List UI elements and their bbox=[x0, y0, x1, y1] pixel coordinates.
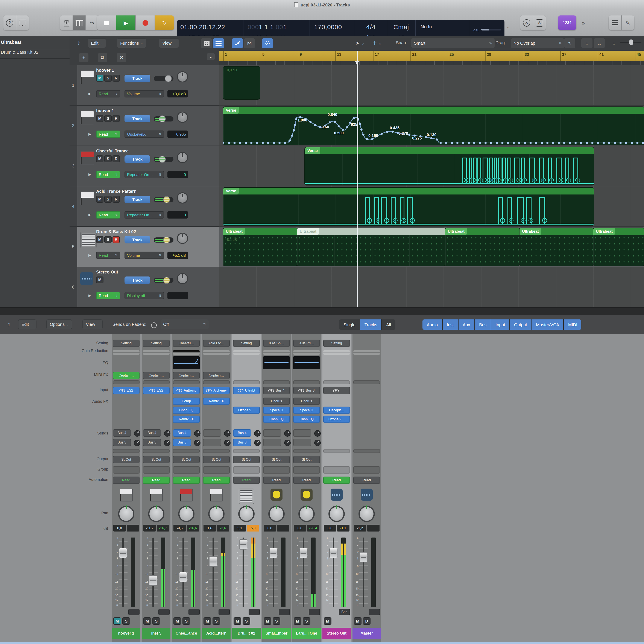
peak-db-value[interactable] bbox=[127, 525, 139, 532]
volume-db-value[interactable]: -11,2 bbox=[143, 525, 156, 532]
channel-mute-solo-button[interactable]: M bbox=[324, 617, 331, 625]
step-automation-pulse[interactable]: 0 bbox=[573, 158, 578, 184]
channel-name-plate[interactable]: hoover 1 bbox=[112, 628, 140, 639]
midi-fx-slot[interactable]: Captain… bbox=[203, 372, 230, 379]
channel-mute-solo-button[interactable]: S bbox=[152, 617, 160, 625]
note-pads-button[interactable]: ✎ bbox=[622, 15, 634, 30]
automation-mode-button[interactable]: Read bbox=[173, 477, 200, 484]
channel-mute-solo-button[interactable]: M bbox=[354, 617, 361, 625]
group-slot[interactable] bbox=[113, 466, 140, 474]
slider-knob[interactable] bbox=[163, 196, 170, 203]
playhead[interactable] bbox=[357, 51, 357, 307]
pointer-tool-button[interactable]: ➤⌄ bbox=[353, 38, 368, 48]
step-automation-pulse[interactable]: 0 bbox=[462, 158, 467, 184]
channel-setting-button[interactable]: Setting bbox=[113, 340, 140, 347]
step-automation-pulse[interactable]: 0 bbox=[365, 197, 370, 225]
channel-mute-solo-button[interactable]: D bbox=[363, 617, 371, 625]
track-on-off-button[interactable]: Track bbox=[125, 196, 150, 203]
bounce-button[interactable] bbox=[188, 609, 200, 615]
track-on-off-button[interactable]: Track bbox=[125, 75, 150, 82]
send-slot[interactable]: Bus 3 bbox=[143, 439, 161, 446]
track-msr-button[interactable]: R bbox=[112, 196, 120, 203]
slider-knob[interactable] bbox=[163, 237, 170, 243]
track-msr-button[interactable]: M bbox=[96, 236, 103, 243]
send-level-knob[interactable] bbox=[164, 430, 170, 437]
edit-menu[interactable]: Edit⌄ bbox=[88, 38, 106, 48]
channel-strip[interactable]: Setting Ultrabt Ozone 9… Bus 4 bbox=[232, 334, 261, 642]
track-msr-button[interactable]: R bbox=[112, 236, 120, 243]
send-level-knob[interactable] bbox=[284, 440, 291, 446]
channel-strip[interactable]: Setting Decapit…Ozone 9… bbox=[322, 334, 351, 642]
audio-fx-slot[interactable]: Space D bbox=[293, 407, 320, 414]
track-msr-button[interactable]: M bbox=[96, 155, 103, 162]
peak-db-value[interactable]: -26,4 bbox=[307, 525, 319, 532]
channel-mute-solo-button[interactable]: S bbox=[213, 617, 220, 625]
group-slot[interactable] bbox=[353, 466, 380, 474]
step-automation-pulse[interactable]: 0 bbox=[494, 158, 497, 184]
output-slot[interactable]: St Out bbox=[233, 456, 260, 463]
group-slot[interactable] bbox=[203, 466, 230, 474]
snap-dropdown[interactable]: Smart⇅ bbox=[411, 38, 495, 48]
audio-fx-slot[interactable]: Decapit… bbox=[323, 407, 350, 414]
send-level-knob[interactable] bbox=[224, 430, 231, 437]
send-level-knob[interactable] bbox=[194, 440, 200, 446]
region-track5-ultrabeat[interactable]: Ultrabeat bbox=[223, 228, 297, 266]
step-automation-pulse[interactable]: 0 bbox=[374, 197, 379, 225]
group-slot[interactable] bbox=[143, 466, 170, 474]
track-volume-slider[interactable] bbox=[154, 278, 173, 283]
channel-mute-solo-button[interactable]: S bbox=[122, 617, 130, 625]
zoom-slider-h[interactable] bbox=[620, 42, 641, 43]
disclosure-triangle[interactable]: ▶ bbox=[88, 92, 91, 96]
track-volume-slider[interactable] bbox=[154, 237, 173, 243]
pan-knob[interactable] bbox=[208, 504, 225, 523]
track-msr-button[interactable]: S bbox=[104, 236, 112, 243]
automation-mode-button[interactable]: Read bbox=[143, 477, 170, 484]
track-name[interactable]: Stereo Out bbox=[96, 270, 118, 274]
region-name-chip[interactable]: Ultrabeat bbox=[519, 228, 541, 235]
pan-knob[interactable] bbox=[148, 504, 165, 523]
input-slot[interactable]: Bus 3 bbox=[293, 387, 320, 394]
window-split-divider[interactable] bbox=[0, 307, 644, 316]
automation-curve[interactable] bbox=[223, 107, 644, 145]
midi-fx-empty-slot[interactable] bbox=[323, 380, 350, 384]
step-automation-pulse[interactable]: 0 bbox=[469, 158, 472, 184]
functions-menu[interactable]: Functions⌄ bbox=[117, 38, 146, 48]
step-automation-pulse[interactable]: 0 bbox=[556, 158, 562, 184]
bounce-button[interactable] bbox=[279, 609, 290, 615]
midi-fx-slot[interactable]: Captain… bbox=[113, 372, 140, 379]
channel-fader[interactable]: 630361015203040∞ bbox=[322, 536, 351, 609]
volume-db-value[interactable]: 0,0 bbox=[324, 525, 336, 532]
channel-name-plate[interactable]: Larg...l One bbox=[292, 628, 321, 639]
audio-fx-slot[interactable]: Comp bbox=[173, 398, 200, 405]
channel-setting-button[interactable]: 3.9s Pri… bbox=[293, 340, 320, 347]
back-arrow-icon[interactable]: ⤴ bbox=[73, 38, 84, 48]
bounce-button[interactable] bbox=[158, 609, 170, 615]
automation-mode-dropdown[interactable]: Read⇅ bbox=[96, 211, 120, 219]
step-automation-pulse[interactable]: 0 bbox=[407, 197, 413, 225]
automation-mode-dropdown[interactable]: Read⇅ bbox=[96, 90, 120, 97]
track-pan-knob[interactable] bbox=[177, 192, 188, 204]
step-automation-pulse[interactable]: 0 bbox=[477, 158, 481, 184]
send-level-knob[interactable] bbox=[134, 440, 140, 446]
step-automation-pulse[interactable]: 0 bbox=[517, 197, 524, 225]
mixer-options-menu[interactable]: Options⌄ bbox=[46, 319, 72, 329]
automation-param-dropdown[interactable]: Repeater On…⇅ bbox=[125, 211, 164, 219]
quick-help-button[interactable]: ? bbox=[3, 15, 16, 30]
play-button[interactable]: ▶ bbox=[116, 15, 136, 30]
mixer-filter-button[interactable]: Audio bbox=[422, 319, 442, 330]
channel-mute-solo-button[interactable]: M bbox=[204, 617, 211, 625]
volume-db-value[interactable]: -9,6 bbox=[173, 525, 186, 532]
mixer-view-option[interactable]: Single bbox=[339, 319, 360, 330]
send-slot[interactable] bbox=[203, 439, 221, 446]
send-slot[interactable]: Bus 3 bbox=[113, 439, 131, 446]
peak-db-value[interactable]: -16,7 bbox=[157, 525, 169, 532]
step-automation-pulse[interactable]: 0 bbox=[507, 197, 512, 225]
send-level-knob[interactable] bbox=[134, 430, 140, 437]
disclosure-triangle[interactable]: ▶ bbox=[88, 213, 91, 217]
track-name[interactable]: Cheerful Trance bbox=[96, 149, 129, 153]
mixer-filter-button[interactable]: Aux bbox=[458, 319, 475, 330]
step-automation-pulse[interactable]: 0 bbox=[489, 158, 493, 184]
eq-thumbnail[interactable] bbox=[233, 356, 260, 369]
channel-name-plate[interactable]: Acid...ttern bbox=[202, 628, 231, 639]
region-header[interactable] bbox=[305, 147, 594, 154]
